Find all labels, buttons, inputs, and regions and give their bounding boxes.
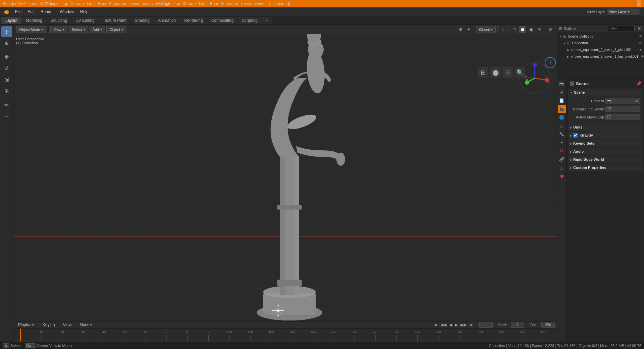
view-layer-selector[interactable]: View Layer ▾ (606, 8, 640, 15)
tab-texture-paint[interactable]: Texture Paint (99, 17, 130, 24)
outliner-filter-btn[interactable]: ⊞ (636, 26, 642, 32)
timeline-ticks: 10 20 30 40 50 60 70 80 90 (13, 329, 557, 342)
tab-animation[interactable]: Animation (154, 17, 180, 24)
tab-rendering[interactable]: Rendering (180, 17, 207, 24)
view-menu[interactable]: View (50, 26, 67, 33)
gravity-checkbox[interactable] (573, 133, 578, 138)
annotate-tool-button[interactable]: ✏ (1, 99, 12, 110)
constraints-props-btn[interactable]: 🔗 (558, 155, 566, 163)
tab-shading[interactable]: Shading (131, 17, 154, 24)
tab-add[interactable]: + (262, 17, 272, 24)
gravity-section-header[interactable]: Gravity (568, 132, 643, 139)
jump-to-end-button[interactable]: ⏭ (469, 322, 474, 328)
render-props-btn[interactable]: 📷 (558, 80, 566, 88)
outliner-body: ⊞ Scene Collection 👁 ⊞ Collection 👁 ◈ (557, 32, 644, 78)
add-menu[interactable]: Add (90, 26, 105, 33)
wireframe-mode-btn[interactable]: ◻ (511, 26, 518, 33)
object-menu[interactable]: Object (106, 26, 126, 33)
data-props-btn[interactable]: △ (558, 164, 566, 172)
world-props-btn[interactable]: 🌐 (558, 113, 566, 121)
camera-field[interactable]: 📷 ✏ (605, 98, 640, 104)
timeline-ruler[interactable]: 10 20 30 40 50 60 70 80 90 (13, 329, 557, 342)
play-reverse-button[interactable]: ◀ (448, 322, 453, 328)
solid-mode-btn[interactable]: ◼ (519, 26, 526, 33)
tab-compositing[interactable]: Compositing (207, 17, 238, 24)
visibility-icon-collection[interactable]: 👁 (639, 41, 642, 45)
properties-pin-btn[interactable]: 📌 (636, 81, 641, 86)
viewport-overlay-btn[interactable]: ⊞ (457, 26, 464, 33)
physics-props-btn[interactable]: ⚙ (558, 147, 566, 155)
select-menu[interactable]: Select (69, 26, 88, 33)
snapping-btn[interactable]: ⊡ (547, 26, 554, 33)
rigid-body-world-header[interactable]: Rigid Body World (568, 156, 643, 163)
audio-section-header[interactable]: Audio (568, 148, 643, 155)
custom-properties-header[interactable]: Custom Properties (568, 164, 643, 171)
rotate-tool-button[interactable]: ↺ (1, 63, 12, 73)
active-movie-clip-field[interactable]: 🎞 (605, 114, 640, 120)
menu-render[interactable]: Render (38, 9, 56, 15)
units-section-header[interactable]: Units (568, 123, 643, 131)
outliner-item-scene-collection[interactable]: ⊞ Scene Collection 👁 (557, 33, 644, 40)
tab-modeling[interactable]: Modeling (22, 17, 46, 24)
menu-file[interactable]: File (12, 9, 24, 15)
tab-sculpting[interactable]: Sculpting (47, 17, 71, 24)
viewport-canvas[interactable]: X Y Z i (13, 34, 557, 321)
keying-menu[interactable]: Keying (40, 322, 58, 328)
svg-text:220: 220 (478, 330, 483, 334)
current-frame-input[interactable] (479, 322, 493, 328)
play-button[interactable]: ▶ (454, 322, 459, 328)
sep2 (474, 27, 474, 33)
menu-window[interactable]: Window (57, 9, 77, 15)
jump-to-start-button[interactable]: ⏮ (433, 322, 438, 328)
scale-tool-button[interactable]: ⇲ (1, 74, 12, 85)
vis-icon-1[interactable]: 👁 (639, 48, 642, 52)
tab-scripting[interactable]: Scripting (238, 17, 262, 24)
material-props-btn[interactable]: ⬟ (558, 172, 566, 180)
particles-props-btn[interactable]: ✦ (558, 139, 566, 147)
modifier-props-btn[interactable]: 🔧 (558, 130, 566, 138)
viewport-gizmo-btn[interactable]: ✦ (465, 26, 472, 33)
menu-edit[interactable]: Edit (25, 9, 37, 15)
tab-uv-editing[interactable]: UV Editing (71, 17, 99, 24)
visibility-icon-scene[interactable]: 👁 (639, 35, 642, 38)
output-props-btn[interactable]: 🖨 (558, 88, 566, 96)
svg-text:210: 210 (457, 330, 462, 334)
vis-icon-2[interactable]: 👁 (641, 55, 644, 58)
move-tool-button[interactable]: ✥ (1, 51, 12, 62)
view-layer-props-btn[interactable]: 📑 (558, 97, 566, 105)
background-scene-field[interactable]: 🎬 (605, 106, 640, 112)
scene-props-btn[interactable]: 🎬 (558, 105, 566, 113)
keying-sets-section-header[interactable]: Keying Sets (568, 140, 643, 147)
menu-blender[interactable]: 🍊 (1, 9, 12, 15)
cursor-tool-button[interactable]: ⊕ (1, 38, 12, 48)
scene-section-header[interactable]: Scene (568, 89, 643, 96)
rendered-mode-btn[interactable]: ☀ (536, 26, 543, 33)
maximize-button[interactable]: □ (637, 1, 641, 6)
playback-menu[interactable]: Playback (15, 322, 37, 328)
material-preview-btn[interactable]: ◉ (527, 26, 535, 33)
properties-icon-tabs: 📷 🖨 📑 🎬 🌐 ◻ 🔧 ✦ ⚙ 🔗 △ ⬟ (557, 79, 567, 342)
start-frame-input[interactable] (511, 322, 524, 328)
object-props-btn[interactable]: ◻ (558, 122, 566, 130)
view-menu-tl[interactable]: View (60, 322, 74, 328)
outliner-item-beer-equipment-1[interactable]: ◈ beer_equipment_2_tower_1_pivot.001 👁 (565, 46, 644, 53)
outliner: ⊞ Outliner ⊞ ⊞ Scene Collection 👁 (557, 25, 644, 79)
transform-tool-button[interactable]: ⊞ (1, 86, 12, 96)
svg-text:10: 10 (40, 330, 43, 334)
outliner-item-beer-equipment-2[interactable]: ◈ beer_equipment_2_tower_1_tap_pivot.001… (565, 53, 644, 60)
step-back-button[interactable]: ◀◀ (440, 322, 447, 328)
camera-edit-icon[interactable]: ✏ (635, 99, 638, 103)
select-tool-button[interactable]: ⊹ (1, 26, 12, 37)
marker-menu[interactable]: Marker (77, 322, 95, 328)
scene-collection-icon: ⊞ (563, 34, 567, 39)
mode-selector[interactable]: Object Mode (16, 26, 46, 33)
outliner-filter-input[interactable] (608, 26, 635, 31)
outliner-item-collection[interactable]: ⊞ Collection 👁 (561, 40, 644, 46)
menu-help[interactable]: Help (77, 9, 91, 15)
tab-layout[interactable]: Layout (1, 17, 21, 24)
proportional-edit-btn[interactable]: ○ (499, 26, 507, 33)
global-local-selector[interactable]: Global (476, 26, 496, 33)
step-forward-button[interactable]: ▶▶ (460, 322, 467, 328)
measure-tool-button[interactable]: ⊢ (1, 111, 12, 121)
end-frame-input[interactable] (541, 322, 555, 328)
